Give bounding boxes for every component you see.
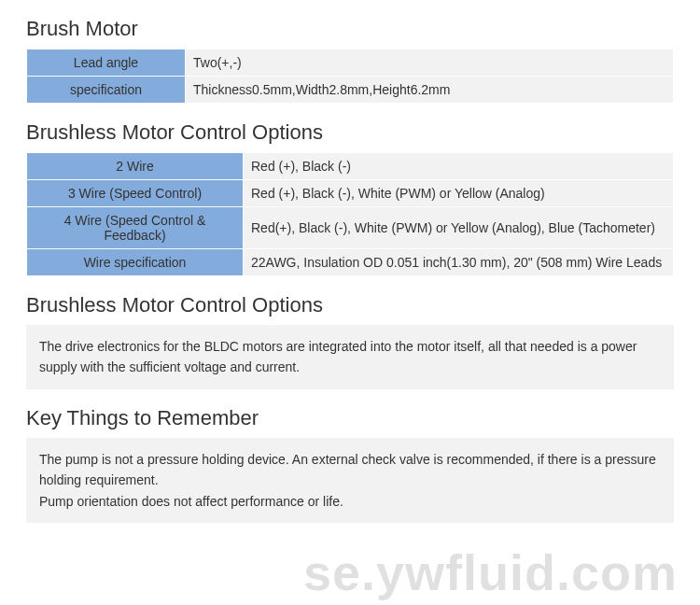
table-row: 4 Wire (Speed Control & Feedback) Red(+)…	[27, 207, 674, 249]
row-value: Red (+), Black (-)	[244, 153, 674, 180]
section-title-brush-motor: Brush Motor	[26, 17, 674, 41]
note-text: The pump is not a pressure holding devic…	[39, 449, 661, 491]
row-label: specification	[27, 77, 186, 104]
brush-motor-table: Lead angle Two(+,-) specification Thickn…	[26, 49, 674, 104]
row-label: 3 Wire (Speed Control)	[27, 180, 244, 207]
watermark: se.ywfluid.com	[303, 543, 678, 601]
table-row: Lead angle Two(+,-)	[27, 49, 674, 77]
row-value: Thickness0.5mm,Width2.8mm,Height6.2mm	[186, 77, 674, 104]
table-row: specification Thickness0.5mm,Width2.8mm,…	[27, 77, 674, 104]
section-title-key-things: Key Things to Remember	[26, 406, 674, 430]
key-things-box: The pump is not a pressure holding devic…	[26, 438, 674, 523]
section-title-brushless-note: Brushless Motor Control Options	[26, 293, 674, 317]
row-label: Wire specification	[27, 249, 244, 276]
note-text: The drive electronics for the BLDC motor…	[39, 336, 661, 378]
note-text: Pump orientation does not affect perform…	[39, 491, 661, 512]
row-value: Red(+), Black (-), White (PWM) or Yellow…	[244, 207, 674, 249]
brushless-options-table: 2 Wire Red (+), Black (-) 3 Wire (Speed …	[26, 152, 674, 276]
row-value: 22AWG, Insulation OD 0.051 inch(1.30 mm)…	[244, 249, 674, 276]
row-value: Two(+,-)	[186, 49, 674, 77]
row-label: Lead angle	[27, 49, 186, 77]
section-title-brushless-options: Brushless Motor Control Options	[26, 120, 674, 145]
table-row: 3 Wire (Speed Control) Red (+), Black (-…	[27, 180, 674, 207]
table-row: Wire specification 22AWG, Insulation OD …	[27, 249, 674, 276]
row-label: 4 Wire (Speed Control & Feedback)	[27, 207, 244, 249]
brushless-note-box: The drive electronics for the BLDC motor…	[26, 325, 674, 389]
row-value: Red (+), Black (-), White (PWM) or Yello…	[244, 180, 674, 207]
table-row: 2 Wire Red (+), Black (-)	[27, 153, 674, 180]
row-label: 2 Wire	[27, 153, 244, 180]
